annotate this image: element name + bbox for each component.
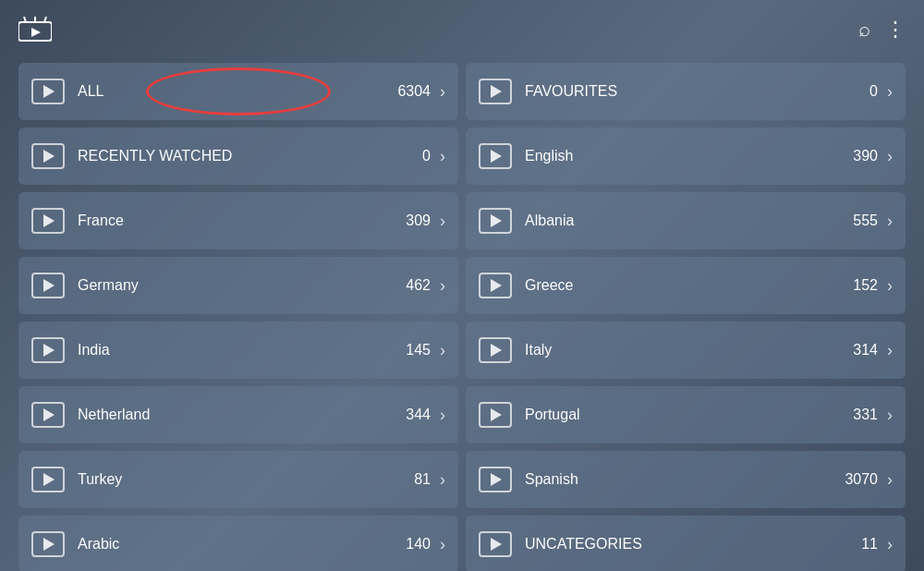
play-triangle-icon [491,214,502,227]
category-item-uncategories[interactable]: UNCATEGORIES11› [466,516,906,571]
play-icon-box [31,273,65,298]
play-icon-box [479,79,512,104]
category-item-netherland[interactable]: Netherland344› [18,386,458,443]
chevron-right-icon: › [440,406,445,425]
category-count: 0 [869,83,878,100]
play-triangle-icon [43,279,55,292]
header: ⌕ ⋮ [0,0,924,59]
play-icon-box [479,337,512,363]
logo-icon [18,17,52,43]
category-count: 0 [422,148,431,164]
category-name: Turkey [78,471,414,488]
chevron-right-icon: › [440,535,445,554]
category-count: 331 [853,407,878,423]
category-item-english[interactable]: English390› [466,128,906,185]
category-count: 314 [853,342,878,358]
svg-marker-4 [31,28,41,37]
right-column: FAVOURITES0›English390›Albania555›Greece… [466,63,906,571]
logo [18,17,57,43]
category-name: France [78,213,406,229]
category-item-all[interactable]: ALL6304› [18,63,458,120]
category-name: RECENTLY WATCHED [78,148,422,164]
category-item-favourites[interactable]: FAVOURITES0› [466,63,906,120]
play-triangle-icon [491,150,502,163]
play-icon-box [479,208,512,234]
category-count: 3070 [845,471,878,488]
play-triangle-icon [43,85,55,98]
play-triangle-icon [491,408,502,421]
chevron-right-icon: › [887,470,893,490]
play-triangle-icon [43,473,55,486]
category-count: 11 [861,536,878,553]
category-count: 6304 [397,83,431,100]
category-item-india[interactable]: India145› [18,322,458,379]
category-name: UNCATEGORIES [525,536,861,553]
play-triangle-icon [43,538,55,551]
header-actions: ⌕ ⋮ [858,18,906,42]
category-count: 309 [406,213,431,229]
category-name: ALL [78,83,397,100]
chevron-right-icon: › [887,147,893,166]
category-name: Albania [525,213,853,229]
chevron-right-icon: › [887,212,893,231]
play-icon-box [31,337,65,363]
play-icon-box [31,531,65,557]
more-options-icon[interactable]: ⋮ [885,18,906,42]
chevron-right-icon: › [440,341,445,360]
play-triangle-icon [491,344,502,357]
category-name: Portugal [525,407,853,423]
chevron-right-icon: › [440,470,445,490]
chevron-right-icon: › [440,147,445,166]
play-icon-box [31,143,65,169]
category-count: 145 [406,342,431,358]
category-name: FAVOURITES [525,83,869,100]
play-triangle-icon [43,408,55,421]
play-triangle-icon [43,214,55,227]
play-icon-box [479,143,512,169]
chevron-right-icon: › [887,82,893,102]
category-item-greece[interactable]: Greece152› [466,257,906,314]
play-triangle-icon [491,473,502,486]
play-triangle-icon [491,279,502,292]
category-count: 152 [853,277,878,294]
category-item-germany[interactable]: Germany462› [18,257,458,314]
category-item-arabic[interactable]: Arabic140› [18,516,458,571]
chevron-right-icon: › [887,276,893,296]
category-name: Arabic [78,536,406,553]
chevron-right-icon: › [440,82,445,102]
category-count: 462 [406,277,431,294]
play-icon-box [31,79,65,104]
play-triangle-icon [491,538,502,551]
main-content: ALL6304›RECENTLY WATCHED0›France309›Germ… [0,59,924,571]
play-icon-box [479,467,512,492]
category-item-france[interactable]: France309› [18,192,458,249]
chevron-right-icon: › [887,406,893,425]
play-icon-box [31,467,65,492]
category-name: Germany [78,277,406,294]
category-name: Italy [525,342,853,358]
play-icon-box [479,531,512,557]
play-triangle-icon [43,344,55,357]
category-count: 344 [406,407,431,423]
category-name: Spanish [525,471,845,488]
category-count: 390 [853,148,878,164]
category-item-italy[interactable]: Italy314› [466,322,906,379]
chevron-right-icon: › [440,276,445,296]
search-icon[interactable]: ⌕ [858,18,870,42]
chevron-right-icon: › [887,535,893,554]
play-icon-box [479,402,512,428]
play-icon-box [31,208,65,234]
category-name: English [525,148,853,164]
category-item-turkey[interactable]: Turkey81› [18,451,458,508]
chevron-right-icon: › [887,341,893,360]
category-item-spanish[interactable]: Spanish3070› [466,451,906,508]
category-item-recently-watched[interactable]: RECENTLY WATCHED0› [18,128,458,185]
category-item-albania[interactable]: Albania555› [466,192,906,249]
category-count: 81 [414,471,431,488]
category-name: India [78,342,406,358]
left-column: ALL6304›RECENTLY WATCHED0›France309›Germ… [18,63,458,571]
category-item-portugal[interactable]: Portugal331› [466,386,906,443]
category-name: Greece [525,277,853,294]
category-name: Netherland [78,407,406,423]
category-count: 555 [853,213,878,229]
